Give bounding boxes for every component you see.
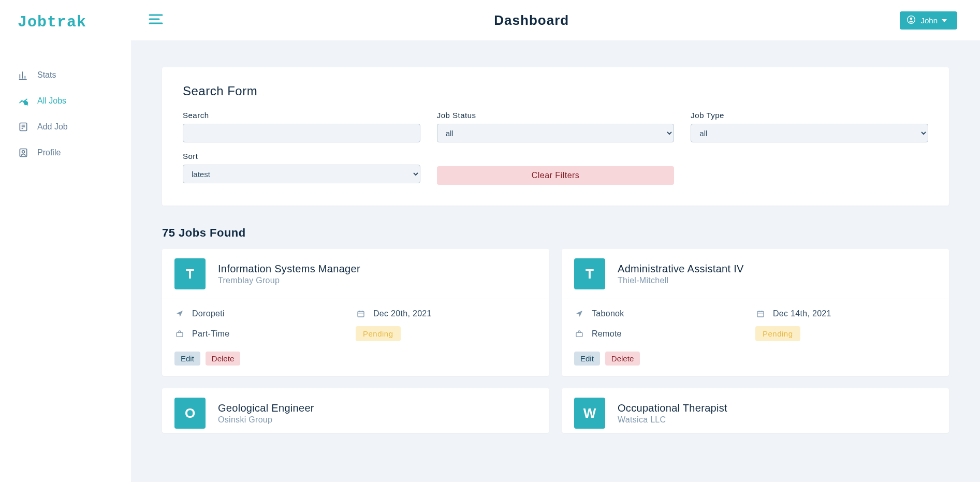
job-type-text: Remote (592, 329, 622, 339)
job-date-text: Dec 20th, 2021 (373, 309, 432, 318)
job-company: Thiel-Mitchell (618, 276, 744, 285)
job-location: Tabonok (574, 309, 755, 319)
job-date: Dec 20th, 2021 (356, 309, 537, 319)
briefcase-icon (574, 329, 584, 339)
content-area: Search Form Search Job Status all Job Ty… (131, 40, 980, 482)
job-type-text: Part-Time (192, 329, 229, 339)
job-company: Osinski Group (218, 415, 314, 425)
brand-logo: Jobtrak (0, 0, 131, 42)
job-card: W Occupational Therapist Watsica LLC (562, 388, 949, 433)
status-badge: Pending (755, 326, 800, 341)
search-form-heading: Search Form (183, 84, 928, 98)
sidebar-item-label: All Jobs (37, 96, 66, 106)
job-location-text: Tabonok (592, 309, 624, 318)
svg-rect-23 (757, 311, 764, 317)
job-company: Watsica LLC (618, 415, 727, 425)
search-label: Search (183, 111, 420, 120)
job-status-wrap: Pending (356, 326, 537, 341)
job-title: Information Systems Manager (218, 263, 360, 275)
status-badge: Pending (356, 326, 401, 341)
briefcase-icon (174, 329, 185, 339)
calendar-icon (356, 309, 366, 319)
job-title: Occupational Therapist (618, 402, 727, 414)
sidebar-item-label: Add Job (37, 122, 68, 132)
job-location: Doropeti (174, 309, 356, 319)
sidebar-item-profile[interactable]: Profile (0, 140, 131, 166)
status-select[interactable]: all (437, 124, 675, 142)
type-label: Job Type (691, 111, 928, 120)
job-location-text: Doropeti (192, 309, 225, 318)
job-avatar: T (574, 258, 605, 289)
job-date: Dec 14th, 2021 (755, 309, 937, 319)
user-icon (907, 16, 918, 25)
page-title: Dashboard (163, 12, 900, 28)
svg-rect-18 (358, 311, 364, 317)
all-jobs-icon (18, 95, 29, 107)
topbar: Dashboard John (131, 0, 980, 40)
svg-point-11 (22, 151, 25, 153)
delete-button[interactable]: Delete (206, 352, 240, 366)
sidebar-item-add-job[interactable]: Add Job (0, 114, 131, 140)
job-avatar: T (174, 258, 206, 289)
edit-button[interactable]: Edit (574, 352, 600, 366)
job-card: T Information Systems Manager Tremblay G… (162, 249, 549, 376)
location-icon (174, 309, 185, 319)
user-name: John (920, 16, 938, 25)
sidebar-item-label: Profile (37, 148, 61, 157)
svg-marker-17 (942, 19, 947, 22)
job-avatar: W (574, 398, 605, 429)
sort-field: Sort latest (183, 152, 420, 185)
job-type: Remote (574, 326, 755, 341)
jobs-grid: T Information Systems Manager Tremblay G… (162, 249, 949, 433)
sidebar-item-all-jobs[interactable]: All Jobs (0, 88, 131, 114)
job-company: Tremblay Group (218, 276, 360, 285)
calendar-icon (755, 309, 766, 319)
caret-down-icon (942, 16, 950, 25)
add-job-icon (18, 121, 29, 133)
type-field: Job Type all (691, 111, 928, 142)
sidebar-item-label: Stats (37, 70, 56, 80)
location-icon (574, 309, 584, 319)
sidebar-nav: Stats All Jobs Add Job Profile (0, 62, 131, 166)
sidebar-item-stats[interactable]: Stats (0, 62, 131, 88)
sidebar: Jobtrak Stats All Jobs Add Job (0, 0, 131, 482)
job-date-text: Dec 14th, 2021 (773, 309, 831, 318)
profile-icon (18, 147, 29, 158)
search-input[interactable] (183, 124, 420, 142)
clear-field: Clear Filters (437, 152, 675, 185)
svg-rect-22 (177, 332, 183, 337)
delete-button[interactable]: Delete (605, 352, 640, 366)
status-label: Job Status (437, 111, 675, 120)
job-type: Part-Time (174, 326, 356, 341)
stats-icon (18, 69, 29, 81)
user-menu-button[interactable]: John (900, 11, 957, 30)
sort-select[interactable]: latest (183, 165, 420, 183)
job-title: Geological Engineer (218, 402, 314, 414)
svg-rect-27 (576, 332, 582, 337)
status-field: Job Status all (437, 111, 675, 142)
menu-toggle-button[interactable] (149, 13, 163, 27)
job-avatar: O (174, 398, 206, 429)
edit-button[interactable]: Edit (174, 352, 200, 366)
job-status-wrap: Pending (755, 326, 937, 341)
job-title: Administrative Assistant IV (618, 263, 744, 275)
sort-label: Sort (183, 152, 420, 160)
brand-text: Jobtrak (18, 13, 86, 31)
job-card: T Administrative Assistant IV Thiel-Mitc… (562, 249, 949, 376)
svg-line-5 (27, 104, 28, 105)
clear-filters-button[interactable]: Clear Filters (437, 166, 675, 185)
svg-point-16 (910, 17, 913, 20)
search-form-card: Search Form Search Job Status all Job Ty… (162, 67, 949, 206)
type-select[interactable]: all (691, 124, 928, 142)
job-card: O Geological Engineer Osinski Group (162, 388, 549, 433)
results-count: 75 Jobs Found (162, 226, 949, 240)
search-field: Search (183, 111, 420, 142)
